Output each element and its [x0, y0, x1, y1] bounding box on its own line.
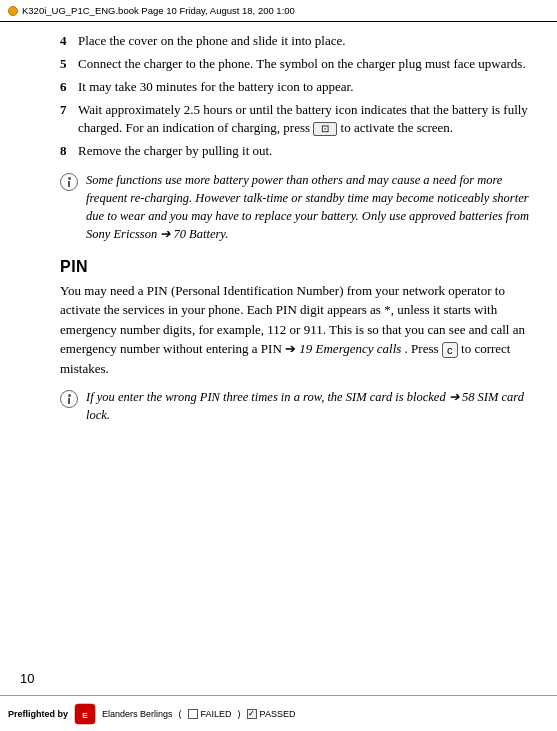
separator: (	[179, 709, 182, 719]
item-text-5: Connect the charger to the phone. The sy…	[78, 55, 537, 74]
list-item-6: 6 It may take 30 minutes for the battery…	[60, 78, 537, 97]
tip2-main: If you enter the wrong PIN three times i…	[86, 390, 446, 404]
pin-heading: PIN	[60, 258, 537, 276]
company-logo: E	[74, 703, 96, 725]
item-num-8: 8	[60, 142, 78, 161]
item-num-5: 5	[60, 55, 78, 74]
bottom-bar: Preflighted by E Elanders Berlings ( FAI…	[0, 695, 557, 731]
top-bar-text: K320i_UG_P1C_ENG.book Page 10 Friday, Au…	[22, 5, 295, 16]
item-num-7: 7	[60, 101, 78, 139]
tip-text-2: If you enter the wrong PIN three times i…	[86, 388, 537, 424]
page-number: 10	[20, 671, 34, 686]
list-item-7: 7 Wait approximately 2.5 hours or until …	[60, 101, 537, 139]
tip1-ref: 70 Battery.	[173, 227, 228, 241]
charger-key-icon: ⊡	[313, 122, 337, 136]
list-item-8: 8 Remove the charger by pulling it out.	[60, 142, 537, 161]
failed-checkbox	[188, 709, 198, 719]
passed-checkbox-item: ✓ PASSED	[247, 709, 296, 719]
main-content: 4 Place the cover on the phone and slide…	[60, 22, 537, 691]
tip1-main: Some functions use more battery power th…	[86, 173, 529, 241]
company-name: Elanders Berlings	[102, 709, 173, 719]
tip-box-1: Some functions use more battery power th…	[60, 171, 537, 244]
list-item-4: 4 Place the cover on the phone and slide…	[60, 32, 537, 51]
top-bar: K320i_UG_P1C_ENG.book Page 10 Friday, Au…	[0, 0, 557, 22]
item-text-7-suffix: to activate the screen.	[341, 120, 454, 135]
svg-text:E: E	[82, 711, 88, 720]
failed-checkbox-item: FAILED	[188, 709, 232, 719]
pin-body-2: . Press	[405, 341, 439, 356]
list-item-5: 5 Connect the charger to the phone. The …	[60, 55, 537, 74]
pin-ref-text: 19 Emergency calls	[299, 341, 401, 356]
item-text-4: Place the cover on the phone and slide i…	[78, 32, 537, 51]
failed-label: FAILED	[201, 709, 232, 719]
tip-icon-2	[60, 390, 78, 408]
tip2-arrow: ➔	[449, 390, 462, 404]
passed-checkbox: ✓	[247, 709, 257, 719]
preflight-label: Preflighted by	[8, 709, 68, 719]
top-bar-dot	[8, 6, 18, 16]
item-text-7: Wait approximately 2.5 hours or until th…	[78, 101, 537, 139]
tip1-arrow: ➔	[160, 227, 173, 241]
pin-ref: 19 Emergency calls	[299, 341, 401, 356]
separator2: )	[238, 709, 241, 719]
item-text-8: Remove the charger by pulling it out.	[78, 142, 537, 161]
page-container: K320i_UG_P1C_ENG.book Page 10 Friday, Au…	[0, 0, 557, 731]
pin-body: You may need a PIN (Personal Identificat…	[60, 281, 537, 379]
item-text-6: It may take 30 minutes for the battery i…	[78, 78, 537, 97]
c-key-button: c	[442, 342, 458, 358]
item-text-7-main: Wait approximately 2.5 hours or until th…	[78, 102, 528, 136]
tip-text-1: Some functions use more battery power th…	[86, 171, 537, 244]
top-bar-left: K320i_UG_P1C_ENG.book Page 10 Friday, Au…	[8, 5, 295, 16]
tip-icon-1	[60, 173, 78, 191]
passed-label: PASSED	[260, 709, 296, 719]
item-num-6: 6	[60, 78, 78, 97]
tip-box-2: If you enter the wrong PIN three times i…	[60, 388, 537, 424]
item-num-4: 4	[60, 32, 78, 51]
pin-arrow: ➔	[285, 341, 299, 356]
